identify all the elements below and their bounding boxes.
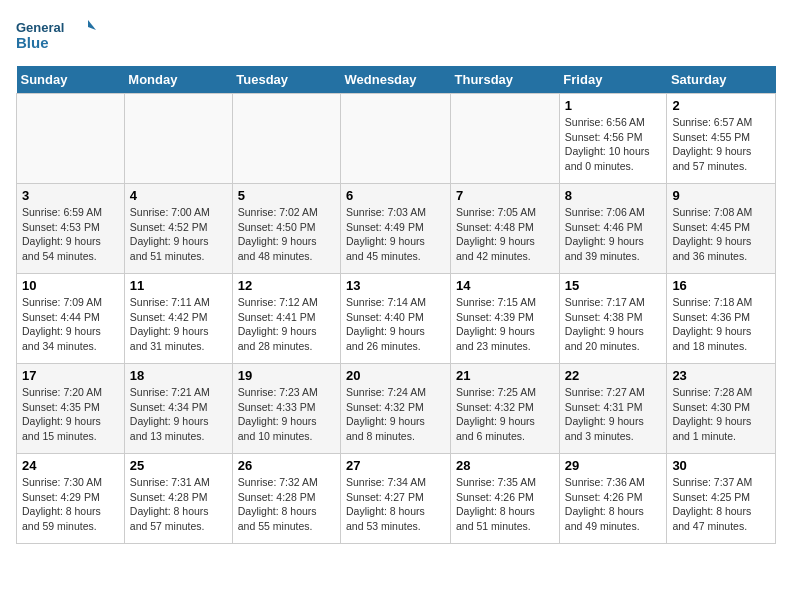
day-number: 15	[565, 278, 662, 293]
day-of-week-header: Wednesday	[341, 66, 451, 94]
calendar-cell	[341, 94, 451, 184]
day-of-week-header: Tuesday	[232, 66, 340, 94]
calendar-week-row: 24Sunrise: 7:30 AM Sunset: 4:29 PM Dayli…	[17, 454, 776, 544]
day-number: 21	[456, 368, 554, 383]
day-number: 7	[456, 188, 554, 203]
day-info: Sunrise: 7:30 AM Sunset: 4:29 PM Dayligh…	[22, 475, 119, 534]
calendar-cell: 3Sunrise: 6:59 AM Sunset: 4:53 PM Daylig…	[17, 184, 125, 274]
calendar-cell: 15Sunrise: 7:17 AM Sunset: 4:38 PM Dayli…	[559, 274, 667, 364]
day-info: Sunrise: 7:09 AM Sunset: 4:44 PM Dayligh…	[22, 295, 119, 354]
calendar-week-row: 1Sunrise: 6:56 AM Sunset: 4:56 PM Daylig…	[17, 94, 776, 184]
day-number: 5	[238, 188, 335, 203]
calendar-cell: 8Sunrise: 7:06 AM Sunset: 4:46 PM Daylig…	[559, 184, 667, 274]
day-info: Sunrise: 7:05 AM Sunset: 4:48 PM Dayligh…	[456, 205, 554, 264]
day-number: 23	[672, 368, 770, 383]
calendar-cell	[124, 94, 232, 184]
calendar-cell: 18Sunrise: 7:21 AM Sunset: 4:34 PM Dayli…	[124, 364, 232, 454]
day-number: 8	[565, 188, 662, 203]
day-number: 13	[346, 278, 445, 293]
day-info: Sunrise: 6:56 AM Sunset: 4:56 PM Dayligh…	[565, 115, 662, 174]
calendar-cell	[17, 94, 125, 184]
calendar-cell: 26Sunrise: 7:32 AM Sunset: 4:28 PM Dayli…	[232, 454, 340, 544]
calendar-cell: 23Sunrise: 7:28 AM Sunset: 4:30 PM Dayli…	[667, 364, 776, 454]
calendar-header-row: SundayMondayTuesdayWednesdayThursdayFrid…	[17, 66, 776, 94]
calendar-cell: 10Sunrise: 7:09 AM Sunset: 4:44 PM Dayli…	[17, 274, 125, 364]
day-info: Sunrise: 7:36 AM Sunset: 4:26 PM Dayligh…	[565, 475, 662, 534]
day-number: 18	[130, 368, 227, 383]
day-info: Sunrise: 6:59 AM Sunset: 4:53 PM Dayligh…	[22, 205, 119, 264]
calendar-cell: 6Sunrise: 7:03 AM Sunset: 4:49 PM Daylig…	[341, 184, 451, 274]
calendar-cell: 22Sunrise: 7:27 AM Sunset: 4:31 PM Dayli…	[559, 364, 667, 454]
day-info: Sunrise: 7:34 AM Sunset: 4:27 PM Dayligh…	[346, 475, 445, 534]
calendar-table: SundayMondayTuesdayWednesdayThursdayFrid…	[16, 66, 776, 544]
calendar-cell: 12Sunrise: 7:12 AM Sunset: 4:41 PM Dayli…	[232, 274, 340, 364]
calendar-week-row: 17Sunrise: 7:20 AM Sunset: 4:35 PM Dayli…	[17, 364, 776, 454]
svg-text:Blue: Blue	[16, 34, 49, 51]
day-info: Sunrise: 7:00 AM Sunset: 4:52 PM Dayligh…	[130, 205, 227, 264]
day-number: 25	[130, 458, 227, 473]
calendar-cell: 24Sunrise: 7:30 AM Sunset: 4:29 PM Dayli…	[17, 454, 125, 544]
day-info: Sunrise: 7:18 AM Sunset: 4:36 PM Dayligh…	[672, 295, 770, 354]
day-info: Sunrise: 7:12 AM Sunset: 4:41 PM Dayligh…	[238, 295, 335, 354]
day-info: Sunrise: 7:37 AM Sunset: 4:25 PM Dayligh…	[672, 475, 770, 534]
day-info: Sunrise: 7:31 AM Sunset: 4:28 PM Dayligh…	[130, 475, 227, 534]
day-of-week-header: Saturday	[667, 66, 776, 94]
day-number: 19	[238, 368, 335, 383]
calendar-cell: 27Sunrise: 7:34 AM Sunset: 4:27 PM Dayli…	[341, 454, 451, 544]
calendar-cell: 25Sunrise: 7:31 AM Sunset: 4:28 PM Dayli…	[124, 454, 232, 544]
calendar-cell: 5Sunrise: 7:02 AM Sunset: 4:50 PM Daylig…	[232, 184, 340, 274]
day-info: Sunrise: 7:21 AM Sunset: 4:34 PM Dayligh…	[130, 385, 227, 444]
day-info: Sunrise: 7:03 AM Sunset: 4:49 PM Dayligh…	[346, 205, 445, 264]
day-number: 17	[22, 368, 119, 383]
day-number: 30	[672, 458, 770, 473]
day-info: Sunrise: 7:24 AM Sunset: 4:32 PM Dayligh…	[346, 385, 445, 444]
day-info: Sunrise: 7:32 AM Sunset: 4:28 PM Dayligh…	[238, 475, 335, 534]
day-number: 28	[456, 458, 554, 473]
day-info: Sunrise: 7:11 AM Sunset: 4:42 PM Dayligh…	[130, 295, 227, 354]
calendar-cell: 13Sunrise: 7:14 AM Sunset: 4:40 PM Dayli…	[341, 274, 451, 364]
day-number: 11	[130, 278, 227, 293]
calendar-cell: 20Sunrise: 7:24 AM Sunset: 4:32 PM Dayli…	[341, 364, 451, 454]
day-info: Sunrise: 7:14 AM Sunset: 4:40 PM Dayligh…	[346, 295, 445, 354]
calendar-cell: 1Sunrise: 6:56 AM Sunset: 4:56 PM Daylig…	[559, 94, 667, 184]
logo: General Blue	[16, 16, 96, 56]
day-info: Sunrise: 7:27 AM Sunset: 4:31 PM Dayligh…	[565, 385, 662, 444]
day-number: 22	[565, 368, 662, 383]
day-info: Sunrise: 7:02 AM Sunset: 4:50 PM Dayligh…	[238, 205, 335, 264]
calendar-cell: 11Sunrise: 7:11 AM Sunset: 4:42 PM Dayli…	[124, 274, 232, 364]
day-info: Sunrise: 7:06 AM Sunset: 4:46 PM Dayligh…	[565, 205, 662, 264]
day-number: 14	[456, 278, 554, 293]
calendar-body: 1Sunrise: 6:56 AM Sunset: 4:56 PM Daylig…	[17, 94, 776, 544]
svg-marker-2	[88, 20, 96, 30]
day-info: Sunrise: 7:25 AM Sunset: 4:32 PM Dayligh…	[456, 385, 554, 444]
calendar-cell	[451, 94, 560, 184]
day-number: 16	[672, 278, 770, 293]
day-number: 29	[565, 458, 662, 473]
header: General Blue	[16, 16, 776, 56]
day-info: Sunrise: 7:35 AM Sunset: 4:26 PM Dayligh…	[456, 475, 554, 534]
day-info: Sunrise: 7:08 AM Sunset: 4:45 PM Dayligh…	[672, 205, 770, 264]
day-number: 9	[672, 188, 770, 203]
calendar-cell: 29Sunrise: 7:36 AM Sunset: 4:26 PM Dayli…	[559, 454, 667, 544]
calendar-cell: 7Sunrise: 7:05 AM Sunset: 4:48 PM Daylig…	[451, 184, 560, 274]
svg-text:General: General	[16, 20, 64, 35]
day-number: 24	[22, 458, 119, 473]
day-info: Sunrise: 6:57 AM Sunset: 4:55 PM Dayligh…	[672, 115, 770, 174]
day-info: Sunrise: 7:28 AM Sunset: 4:30 PM Dayligh…	[672, 385, 770, 444]
day-of-week-header: Sunday	[17, 66, 125, 94]
day-number: 26	[238, 458, 335, 473]
calendar-cell: 9Sunrise: 7:08 AM Sunset: 4:45 PM Daylig…	[667, 184, 776, 274]
calendar-cell: 2Sunrise: 6:57 AM Sunset: 4:55 PM Daylig…	[667, 94, 776, 184]
day-number: 20	[346, 368, 445, 383]
calendar-cell: 4Sunrise: 7:00 AM Sunset: 4:52 PM Daylig…	[124, 184, 232, 274]
calendar-week-row: 3Sunrise: 6:59 AM Sunset: 4:53 PM Daylig…	[17, 184, 776, 274]
day-number: 12	[238, 278, 335, 293]
calendar-cell: 19Sunrise: 7:23 AM Sunset: 4:33 PM Dayli…	[232, 364, 340, 454]
calendar-cell: 17Sunrise: 7:20 AM Sunset: 4:35 PM Dayli…	[17, 364, 125, 454]
day-number: 2	[672, 98, 770, 113]
day-info: Sunrise: 7:15 AM Sunset: 4:39 PM Dayligh…	[456, 295, 554, 354]
day-number: 1	[565, 98, 662, 113]
day-info: Sunrise: 7:17 AM Sunset: 4:38 PM Dayligh…	[565, 295, 662, 354]
calendar-cell: 28Sunrise: 7:35 AM Sunset: 4:26 PM Dayli…	[451, 454, 560, 544]
calendar-cell	[232, 94, 340, 184]
